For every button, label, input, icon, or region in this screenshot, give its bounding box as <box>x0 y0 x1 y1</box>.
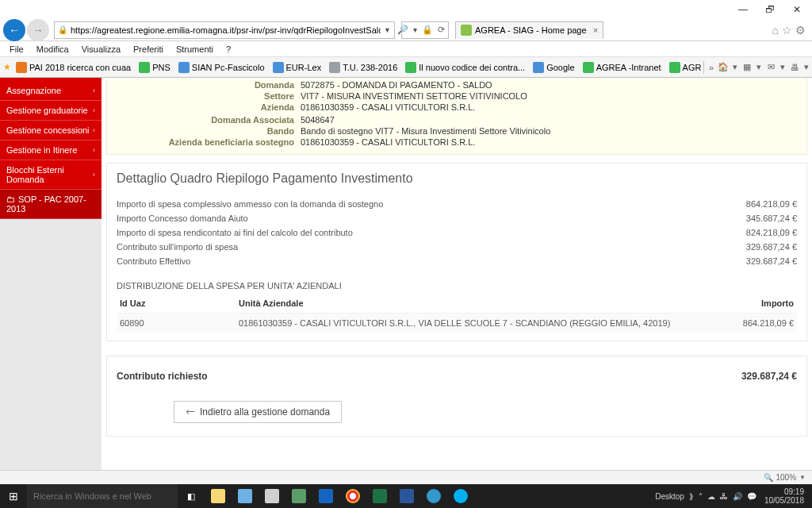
favorites-icon[interactable]: ☆ <box>782 24 792 37</box>
distribution-table: Id Uaz Unità Aziendale Importo 608900186… <box>117 294 797 333</box>
task-excel[interactable] <box>366 484 393 508</box>
system-tray[interactable]: Desktop ⟫ ˄ ☁ 🖧 🔊 💬 09:19 10/05/2018 <box>650 487 812 505</box>
menu-file[interactable]: File <box>5 43 29 56</box>
feeds-icon[interactable]: ▦ <box>741 61 753 74</box>
task-chrome[interactable] <box>339 484 366 508</box>
menu-view[interactable]: Visualizza <box>77 43 125 56</box>
menu-favorites[interactable]: Preferiti <box>128 43 168 56</box>
header-label: Azienda <box>113 102 301 112</box>
bookmarks-toolbar: ★ PAI 2018 ricerca con cuaaPNSSIAN Pc-Fa… <box>0 57 812 78</box>
sidebar-item-label: Gestione concessioni <box>6 125 90 135</box>
header-label: Azienda beneficiaria sostegno <box>113 137 301 147</box>
bookmark-icon <box>405 62 416 73</box>
tray-cloud-icon[interactable]: ☁ <box>707 492 715 501</box>
tray-desktop-label: Desktop <box>655 492 684 501</box>
header-value: 5048647 <box>301 115 335 125</box>
header-label: Settore <box>113 91 301 101</box>
summary-value: 864.218,09 € <box>746 199 797 209</box>
menu-edit[interactable]: Modifica <box>32 43 74 56</box>
tab-favicon <box>461 25 472 36</box>
address-dropdown-icon[interactable]: ▼ <box>384 26 391 34</box>
chevron-left-icon: ‹ <box>93 171 95 179</box>
tray-volume-icon[interactable]: 🔊 <box>733 492 742 501</box>
browser-menubar: File Modifica Visualizza Preferiti Strum… <box>0 41 812 57</box>
calendar-icon: 🗀 <box>6 194 15 204</box>
bookmark-item[interactable]: SIAN Pc-Fascicolo <box>175 60 268 75</box>
favorites-star-icon[interactable]: ★ <box>3 62 11 72</box>
mail-icon[interactable]: ✉ <box>764 61 777 74</box>
summary-row: Contributo sull'importo di spesa329.687,… <box>117 240 797 254</box>
bookmark-item[interactable]: EUR-Lex <box>270 60 325 75</box>
sidebar-item-sop[interactable]: 🗀SOP - PAC 2007-2013 <box>0 190 102 219</box>
bookmark-item[interactable]: T.U. 238-2016 <box>326 60 400 75</box>
main-content: Domanda5072875 - DOMANDA DI PAGAMENTO - … <box>102 78 812 470</box>
summary-value: 329.687,24 € <box>746 256 797 266</box>
header-label: Domanda Associata <box>113 115 301 125</box>
windows-taskbar: ⊞ ◧ Desktop ⟫ ˄ ☁ 🖧 🔊 💬 09:19 10/05/2018 <box>0 484 812 508</box>
tray-clock[interactable]: 09:19 10/05/2018 <box>761 487 807 505</box>
home2-icon[interactable]: 🏠 <box>717 61 730 74</box>
task-word[interactable] <box>393 484 420 508</box>
search-hint: 🔎 <box>397 25 408 35</box>
sidebar-item[interactable]: Assegnazione‹ <box>0 81 102 101</box>
bookmark-label: T.U. 238-2016 <box>343 63 397 72</box>
taskbar-search[interactable] <box>27 484 178 508</box>
task-snip[interactable] <box>285 484 312 508</box>
sidebar-item[interactable]: Blocchi Esterni Domanda‹ <box>0 160 102 190</box>
window-close-button[interactable]: ✕ <box>783 1 810 18</box>
lock-icon: 🔒 <box>58 25 67 34</box>
tray-chevron-icon[interactable]: ˄ <box>699 492 703 501</box>
zoom-icon[interactable]: 🔍 <box>764 473 773 482</box>
task-skype[interactable] <box>447 484 474 508</box>
refresh-icon[interactable]: ⟳ <box>438 25 445 35</box>
task-view-button[interactable]: ◧ <box>178 484 205 508</box>
sidebar-item[interactable]: Gestione graduatorie‹ <box>0 101 102 121</box>
print-icon[interactable]: 🖶 <box>788 61 801 74</box>
sidebar-item-label: Blocchi Esterni Domanda <box>6 165 93 184</box>
bookmark-icon <box>178 62 190 73</box>
bookmark-item[interactable]: AGREA <box>666 60 702 75</box>
tray-network-icon[interactable]: 🖧 <box>720 492 728 501</box>
tab-close-button[interactable]: × <box>593 25 598 35</box>
bookmark-label: Google <box>546 63 574 72</box>
task-outlook[interactable] <box>312 484 339 508</box>
browser-search-box[interactable]: 🔎 ▾ 🔒 ⟳ <box>401 21 449 39</box>
browser-tab[interactable]: AGREA - SIAG - Home page × <box>455 21 603 39</box>
bookmark-icon <box>533 62 544 73</box>
window-minimize-button[interactable]: — <box>730 1 756 18</box>
taskbar-search-input[interactable] <box>33 491 171 501</box>
browser-statusbar: 🔍 100% ▼ <box>0 470 812 484</box>
task-ie[interactable] <box>420 484 447 508</box>
address-input[interactable] <box>71 25 381 35</box>
header-label: Bando <box>113 126 301 136</box>
summary-label: Importo di spesa rendicontato ai fini de… <box>117 228 353 237</box>
nav-forward-button[interactable]: → <box>27 19 49 41</box>
sidebar-item[interactable]: Gestione concessioni‹ <box>0 121 102 140</box>
zoom-level[interactable]: 100% <box>776 473 797 482</box>
menu-help[interactable]: ? <box>221 43 236 56</box>
address-bar[interactable]: 🔒 ▼ <box>54 21 395 39</box>
bookmark-item[interactable]: PAI 2018 ricerca con cuaa <box>13 60 134 75</box>
start-button[interactable]: ⊞ <box>0 490 27 502</box>
tools-icon[interactable]: ⚙ <box>795 24 806 37</box>
bookmark-label: AGREA -Intranet <box>596 63 661 72</box>
bookmark-item[interactable]: Il nuovo codice dei contra... <box>402 60 528 75</box>
sidebar-item-label: Assegnazione <box>6 86 61 95</box>
lock2-icon: 🔒 <box>422 25 433 35</box>
table-row: 6089001861030359 - CASALI VITICULTORI S.… <box>117 314 797 333</box>
sidebar-item[interactable]: Gestione in Itinere‹ <box>0 140 102 160</box>
back-button[interactable]: 🡐 Indietro alla gestione domanda <box>174 401 342 423</box>
task-store[interactable] <box>232 484 259 508</box>
bookmark-item[interactable]: PNS <box>136 60 174 75</box>
bookmark-item[interactable]: AGREA -Intranet <box>580 60 665 75</box>
header-value: 5072875 - DOMANDA DI PAGAMENTO - SALDO <box>301 80 492 90</box>
home-icon[interactable]: ⌂ <box>772 24 779 37</box>
bookmark-icon <box>583 62 594 73</box>
task-explorer[interactable] <box>205 484 232 508</box>
tray-notifications-icon[interactable]: 💬 <box>747 492 756 501</box>
nav-back-button[interactable]: ← <box>3 19 25 41</box>
task-calc[interactable] <box>259 484 285 508</box>
menu-tools[interactable]: Strumenti <box>171 43 218 56</box>
window-restore-button[interactable]: 🗗 <box>756 1 783 18</box>
bookmark-item[interactable]: Google <box>530 60 577 75</box>
